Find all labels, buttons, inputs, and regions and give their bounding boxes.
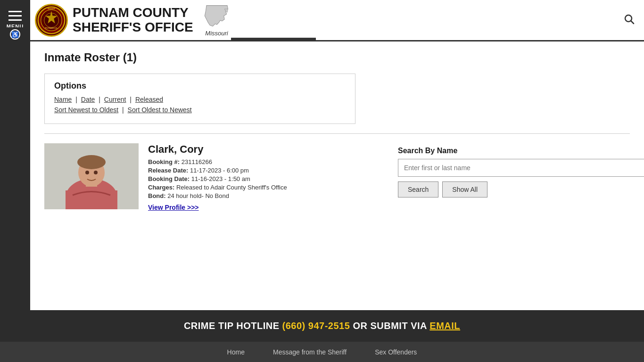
- inmate-details: Clark, Cory Booking #: 231116266 Release…: [148, 143, 287, 211]
- svg-marker-6: [205, 5, 228, 26]
- inmate-name: Clark, Cory: [148, 143, 287, 156]
- view-profile-link[interactable]: View Profile >>>: [148, 204, 199, 211]
- show-all-button[interactable]: Show All: [442, 181, 487, 197]
- sheriff-badge-logo: PUTNAM CO. SHERIFF: [35, 4, 68, 37]
- options-panel: Options Name | Date | Current | Released…: [44, 74, 355, 124]
- footer-crime-tip: CRIME TIP HOTLINE (660) 947-2515 OR SUBM…: [0, 310, 644, 342]
- svg-rect-13: [66, 190, 117, 209]
- filter-current[interactable]: Current: [104, 96, 126, 103]
- org-title: PUTNAM COUNTY SHERIFF'S OFFICE: [73, 6, 193, 35]
- bond: 24 hour hold- No Bond: [167, 192, 229, 199]
- release-date: 11-17-2023 - 6:00 pm: [190, 167, 249, 174]
- state-label: Missouri: [205, 30, 228, 37]
- svg-point-16: [77, 155, 106, 169]
- svg-text:SHERIFF: SHERIFF: [48, 8, 56, 9]
- crime-tip-phone: (660) 947-2515: [282, 321, 350, 331]
- sort-links: Sort Newest to Oldest | Sort Oldest to N…: [54, 106, 346, 114]
- hamburger-icon: [8, 15, 22, 16]
- content-divider: [44, 133, 630, 134]
- search-panel: Search By Name Search Show All: [398, 147, 644, 197]
- svg-point-17: [85, 171, 89, 174]
- release-date-label: Release Date:: [148, 167, 188, 174]
- header-search-button[interactable]: [623, 13, 635, 27]
- filter-by-date[interactable]: Date: [81, 96, 95, 103]
- search-input[interactable]: [398, 159, 644, 177]
- left-sidebar: [0, 41, 30, 310]
- accessibility-button[interactable]: ♿: [0, 27, 30, 41]
- sort-oldest-to-newest[interactable]: Sort Oldest to Newest: [128, 106, 192, 114]
- booking-number-label: Booking #:: [148, 158, 180, 165]
- accessibility-icon: ♿: [10, 29, 20, 40]
- org-name-line1: PUTNAM COUNTY: [73, 6, 193, 20]
- bond-label: Bond:: [148, 192, 166, 199]
- missouri-shape: [203, 4, 231, 30]
- booking-number: 231116266: [182, 158, 212, 165]
- options-heading: Options: [54, 81, 346, 91]
- footer-sex-offenders-link[interactable]: Sex Offenders: [375, 348, 417, 356]
- hamburger-icon: [8, 11, 22, 12]
- search-button[interactable]: Search: [398, 181, 438, 197]
- footer-sheriff-message-link[interactable]: Message from the Sheriff: [273, 348, 347, 356]
- search-label: Search By Name: [398, 147, 644, 155]
- footer-nav: Home Message from the Sheriff Sex Offend…: [0, 342, 644, 362]
- charges-label: Charges:: [148, 184, 174, 191]
- charges: Released to Adair County Sheriff's Offic…: [176, 184, 287, 191]
- booking-date: 11-16-2023 - 1:50 am: [191, 175, 250, 182]
- crime-tip-email[interactable]: EMAIL: [429, 321, 460, 331]
- filter-by-name[interactable]: Name: [54, 96, 72, 103]
- hamburger-icon: [8, 19, 22, 21]
- svg-text:PUTNAM CO.: PUTNAM CO.: [45, 27, 58, 29]
- footer-home-link[interactable]: Home: [227, 348, 245, 356]
- svg-line-9: [631, 21, 634, 24]
- sort-newest-to-oldest[interactable]: Sort Newest to Oldest: [54, 106, 118, 114]
- page-title: Inmate Roster (1): [44, 51, 630, 64]
- state-map: Missouri: [203, 4, 231, 37]
- crime-tip-text: CRIME TIP HOTLINE: [184, 321, 280, 331]
- header-tab-indicator: [231, 38, 316, 40]
- org-name-line2: SHERIFF'S OFFICE: [73, 20, 193, 35]
- filter-released[interactable]: Released: [135, 96, 163, 103]
- inmate-photo: [44, 143, 139, 209]
- svg-point-18: [94, 171, 98, 174]
- crime-tip-or: OR SUBMIT VIA: [353, 321, 427, 331]
- booking-date-label: Booking Date:: [148, 175, 190, 182]
- search-icon: [623, 13, 635, 25]
- filter-links: Name | Date | Current | Released: [54, 96, 346, 103]
